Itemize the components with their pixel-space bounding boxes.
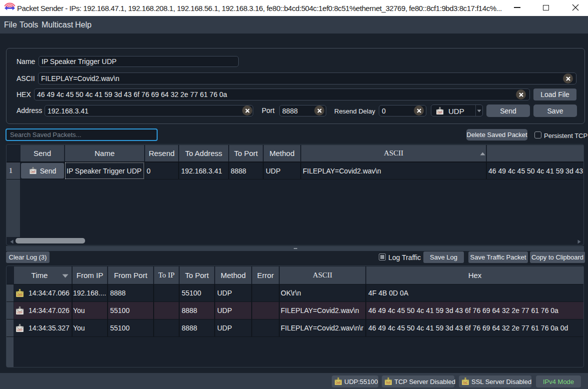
svg-text:UDP: UDP (17, 311, 23, 314)
svg-text:UDP: UDP (336, 382, 341, 384)
svg-text:UDP: UDP (17, 328, 23, 332)
svg-text:UDP: UDP (17, 294, 23, 296)
svg-text:TCP: TCP (386, 382, 391, 384)
svg-text:UDP: UDP (437, 112, 442, 114)
svg-text:UDP: UDP (31, 171, 36, 174)
svg-text:SSL: SSL (463, 382, 467, 384)
